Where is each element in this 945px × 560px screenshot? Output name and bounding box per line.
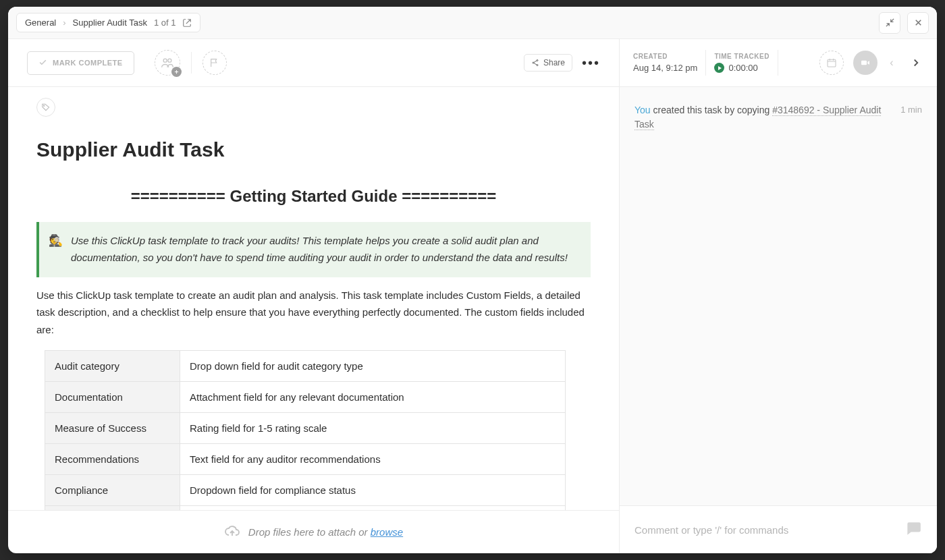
- action-row: MARK COMPLETE Share: [8, 39, 619, 87]
- breadcrumb-task[interactable]: Supplier Audit Task: [73, 18, 147, 28]
- guide-header: ========== Getting Started Guide =======…: [36, 180, 591, 222]
- field-name: Documentation: [45, 382, 180, 413]
- task-modal: General › Supplier Audit Task 1 of 1: [8, 7, 937, 553]
- custom-fields-table: Audit categoryDrop down field for audit …: [45, 350, 566, 510]
- table-row: RecommendationsText field for any audito…: [45, 444, 566, 475]
- meta-row: CREATED Aug 14, 9:12 pm TIME TRACKED 0:0…: [620, 39, 937, 87]
- callout-text: Use this ClickUp task template to track …: [71, 233, 578, 267]
- drop-text: Drop files here to attach or: [248, 526, 371, 538]
- activity-entry: 1 min You created this task by copying #…: [634, 103, 922, 132]
- task-side-panel: CREATED Aug 14, 9:12 pm TIME TRACKED 0:0…: [620, 39, 937, 553]
- svg-rect-7: [861, 61, 867, 65]
- svg-point-2: [537, 60, 538, 61]
- task-content[interactable]: Supplier Audit Task ========== Getting S…: [8, 87, 619, 510]
- play-icon[interactable]: [714, 63, 724, 73]
- next-button[interactable]: [909, 55, 923, 70]
- svg-rect-6: [828, 59, 836, 67]
- assignee-add-button[interactable]: [155, 50, 180, 76]
- task-main-panel: MARK COMPLETE Share: [8, 39, 620, 553]
- check-icon: [38, 58, 47, 68]
- field-name: Compliance: [45, 475, 180, 506]
- mark-complete-label: MARK COMPLETE: [53, 59, 123, 67]
- field-desc: Location field for address information: [180, 506, 566, 511]
- field-name: Recommendations: [45, 444, 180, 475]
- open-external-icon[interactable]: [182, 18, 192, 28]
- table-row: ComplianceDropdown field for compliance …: [45, 475, 566, 506]
- svg-point-0: [163, 59, 167, 62]
- activity-actor[interactable]: You: [634, 105, 651, 115]
- divider: [705, 50, 706, 76]
- more-menu-button[interactable]: •••: [582, 55, 600, 71]
- plus-icon: [171, 67, 182, 77]
- table-row: SiteLocation field for address informati…: [45, 506, 566, 511]
- cloud-upload-icon: [224, 523, 240, 541]
- collapse-button[interactable]: [879, 12, 900, 34]
- comment-box[interactable]: [620, 505, 937, 553]
- created-label: CREATED: [633, 53, 697, 60]
- field-name: Measure of Success: [45, 413, 180, 444]
- detective-icon: 🕵️: [49, 233, 63, 267]
- activity-action: created this task by copying: [651, 105, 773, 115]
- attachment-drop-zone[interactable]: Drop files here to attach or browse: [8, 510, 619, 553]
- browse-link[interactable]: browse: [371, 526, 403, 538]
- field-name: Audit category: [45, 351, 180, 382]
- description-paragraph: Use this ClickUp task template to create…: [36, 287, 591, 339]
- field-desc: Rating field for 1-5 rating scale: [180, 413, 566, 444]
- expand-sidebar-button[interactable]: ‹: [884, 55, 899, 70]
- svg-point-5: [43, 105, 44, 106]
- divider: [191, 52, 192, 74]
- callout-block: 🕵️ Use this ClickUp task template to tra…: [36, 222, 591, 277]
- table-row: DocumentationAttachment field for any re…: [45, 382, 566, 413]
- comment-bubble-icon[interactable]: [905, 520, 922, 540]
- svg-point-1: [168, 59, 171, 62]
- breadcrumb-parent[interactable]: General: [25, 18, 56, 28]
- close-button[interactable]: [907, 12, 929, 34]
- created-value: Aug 14, 9:12 pm: [633, 63, 697, 73]
- share-label: Share: [543, 58, 565, 67]
- comment-input[interactable]: [634, 524, 896, 536]
- field-desc: Attachment field for any relevant docume…: [180, 382, 566, 413]
- activity-feed: 1 min You created this task by copying #…: [620, 87, 937, 505]
- time-tracked-label: TIME TRACKED: [714, 53, 770, 60]
- divider: [778, 50, 778, 76]
- svg-point-3: [533, 62, 534, 63]
- field-desc: Dropdown field for compliance status: [180, 475, 566, 506]
- field-desc: Text field for any auditor recommendatio…: [180, 444, 566, 475]
- table-row: Measure of SuccessRating field for 1-5 r…: [45, 413, 566, 444]
- share-button[interactable]: Share: [524, 54, 572, 72]
- record-clip-button[interactable]: [853, 51, 878, 75]
- activity-time: 1 min: [900, 103, 922, 117]
- breadcrumb[interactable]: General › Supplier Audit Task 1 of 1: [16, 13, 200, 32]
- time-tracked-block[interactable]: TIME TRACKED 0:00:00: [714, 53, 770, 73]
- table-row: Audit categoryDrop down field for audit …: [45, 351, 566, 382]
- field-name: Site: [45, 506, 180, 511]
- due-date-button[interactable]: [819, 51, 844, 75]
- created-block: CREATED Aug 14, 9:12 pm: [633, 53, 697, 73]
- mark-complete-button[interactable]: MARK COMPLETE: [27, 51, 134, 75]
- svg-point-4: [537, 65, 538, 66]
- priority-flag-button[interactable]: [202, 51, 227, 75]
- topbar: General › Supplier Audit Task 1 of 1: [8, 7, 937, 39]
- chevron-right-icon: ›: [63, 18, 65, 28]
- task-title[interactable]: Supplier Audit Task: [36, 129, 591, 180]
- breadcrumb-count: 1 of 1: [154, 18, 176, 28]
- time-tracked-value: 0:00:00: [728, 63, 757, 73]
- tags-button[interactable]: [36, 98, 55, 117]
- field-desc: Drop down field for audit category type: [180, 351, 566, 382]
